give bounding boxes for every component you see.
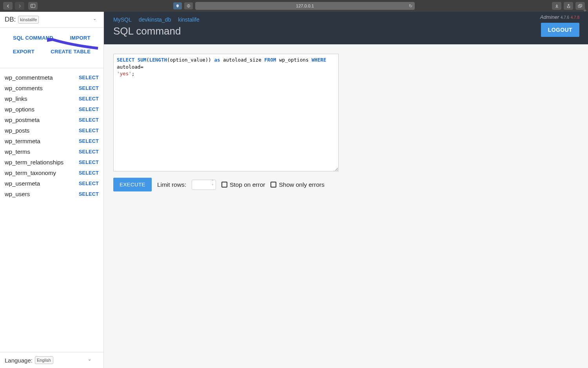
- table-row: wp_postsSELECT: [5, 125, 99, 136]
- table-select-link[interactable]: SELECT: [79, 86, 99, 91]
- table-select-link[interactable]: SELECT: [79, 96, 99, 102]
- browser-chrome: 127.0.0.1 ↻ +: [0, 0, 588, 12]
- table-name-link[interactable]: wp_users: [5, 191, 30, 197]
- table-name-link[interactable]: wp_term_relationships: [5, 159, 64, 166]
- table-select-link[interactable]: SELECT: [79, 149, 99, 155]
- breadcrumb-link[interactable]: devkinsta_db: [139, 16, 171, 23]
- reader-badge-icon[interactable]: [184, 2, 193, 9]
- url-bar[interactable]: 127.0.0.1 ↻: [195, 2, 415, 10]
- svg-rect-5: [579, 4, 582, 7]
- table-select-link[interactable]: SELECT: [79, 160, 99, 165]
- language-select[interactable]: English: [35, 356, 53, 364]
- create-table-link[interactable]: CREATE TABLE: [51, 49, 91, 55]
- breadcrumb-link[interactable]: MySQL: [113, 16, 132, 23]
- table-row: wp_commentmetaSELECT: [5, 72, 99, 83]
- table-name-link[interactable]: wp_links: [5, 95, 27, 102]
- nav-forward-button[interactable]: [15, 2, 24, 10]
- table-select-link[interactable]: SELECT: [79, 117, 99, 123]
- table-row: wp_usermetaSELECT: [5, 178, 99, 189]
- table-select-link[interactable]: SELECT: [79, 75, 99, 80]
- export-link[interactable]: EXPORT: [13, 49, 34, 55]
- db-label: DB:: [5, 16, 16, 24]
- svg-rect-4: [578, 5, 581, 7]
- table-list: wp_commentmetaSELECTwp_commentsSELECTwp_…: [0, 68, 103, 352]
- table-name-link[interactable]: wp_comments: [5, 85, 43, 91]
- privacy-badge-icon[interactable]: [173, 2, 182, 9]
- table-select-link[interactable]: SELECT: [79, 170, 99, 176]
- nav-back-button[interactable]: [3, 2, 13, 10]
- main-header: Adminer 4.7.6 4.7.8 MySQLdevkinsta_dbkin…: [104, 12, 588, 44]
- table-name-link[interactable]: wp_usermeta: [5, 180, 40, 187]
- checkbox-icon: [221, 182, 227, 188]
- logout-button[interactable]: LOGOUT: [541, 23, 579, 37]
- table-row: wp_commentsSELECT: [5, 83, 99, 93]
- table-row: wp_usersSELECT: [5, 189, 99, 199]
- share-icon[interactable]: [564, 2, 573, 10]
- table-row: wp_termmetaSELECT: [5, 136, 99, 146]
- limit-rows-input[interactable]: [192, 180, 216, 190]
- import-link[interactable]: IMPORT: [70, 35, 90, 41]
- table-name-link[interactable]: wp_options: [5, 106, 34, 113]
- limit-rows-label: Limit rows:: [157, 181, 186, 188]
- show-only-errors-checkbox[interactable]: Show only errors: [270, 181, 324, 188]
- table-row: wp_postmetaSELECT: [5, 115, 99, 125]
- table-name-link[interactable]: wp_termmeta: [5, 138, 40, 144]
- language-label: Language:: [5, 357, 33, 364]
- sidebar: DB: kinstalife SQL COMMAND IMPORT EXPORT…: [0, 12, 104, 368]
- table-name-link[interactable]: wp_terms: [5, 148, 30, 155]
- sql-command-link[interactable]: SQL COMMAND: [13, 35, 53, 41]
- table-name-link[interactable]: wp_posts: [5, 127, 29, 134]
- sidebar-toggle-button[interactable]: [28, 2, 38, 10]
- svg-rect-0: [31, 4, 35, 8]
- refresh-icon[interactable]: ↻: [409, 4, 412, 9]
- table-name-link[interactable]: wp_postmeta: [5, 117, 40, 123]
- db-select[interactable]: kinstalife: [18, 16, 39, 24]
- table-select-link[interactable]: SELECT: [79, 107, 99, 112]
- breadcrumb-link[interactable]: kinstalife: [178, 16, 199, 23]
- table-select-link[interactable]: SELECT: [79, 128, 99, 133]
- table-name-link[interactable]: wp_commentmeta: [5, 74, 53, 81]
- checkbox-icon: [270, 182, 276, 188]
- main: Adminer 4.7.6 4.7.8 MySQLdevkinsta_dbkin…: [104, 12, 588, 368]
- table-row: wp_term_taxonomySELECT: [5, 168, 99, 178]
- page-title: SQL command: [113, 25, 579, 37]
- stop-on-error-checkbox[interactable]: Stop on error: [221, 181, 265, 188]
- table-select-link[interactable]: SELECT: [79, 191, 99, 197]
- table-row: wp_term_relationshipsSELECT: [5, 157, 99, 168]
- table-row: wp_termsSELECT: [5, 146, 99, 157]
- execute-button[interactable]: EXECUTE: [113, 178, 152, 191]
- table-select-link[interactable]: SELECT: [79, 138, 99, 144]
- download-icon[interactable]: [552, 2, 561, 10]
- url-text: 127.0.0.1: [296, 4, 314, 8]
- table-name-link[interactable]: wp_term_taxonomy: [5, 169, 56, 176]
- table-select-link[interactable]: SELECT: [79, 181, 99, 186]
- brand: Adminer 4.7.6 4.7.8: [540, 14, 579, 20]
- table-row: wp_optionsSELECT: [5, 104, 99, 115]
- sql-query-input[interactable]: SELECT SUM(LENGTH(option_value)) as auto…: [113, 54, 339, 171]
- table-row: wp_linksSELECT: [5, 93, 99, 104]
- breadcrumb: MySQLdevkinsta_dbkinstalife: [113, 16, 579, 23]
